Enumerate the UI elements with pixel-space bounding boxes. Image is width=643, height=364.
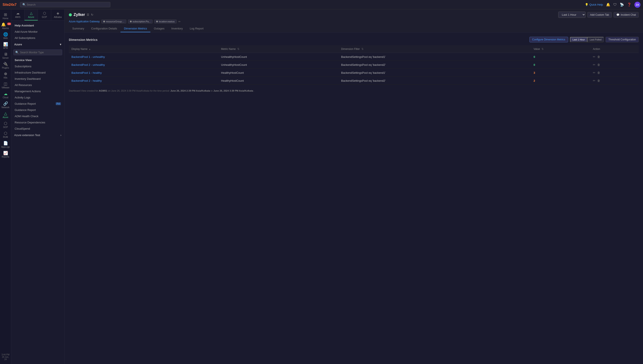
nav-item-reports[interactable]: 📈 Reports — [0, 150, 11, 160]
sidebar-item-resource-dependencies[interactable]: Resource Dependencies — [11, 119, 64, 126]
sidebar-item-infrastructure-dashboard[interactable]: Infrastructure Dashboard — [11, 70, 64, 76]
time-select[interactable]: Last 1 Hour Last 6 Hours Last 24 Hours L… — [558, 12, 585, 18]
nav-item-cloud[interactable]: ☁ Cloud — [0, 90, 11, 100]
display-name-link-1[interactable]: BackendPool 2 - unhealthy — [72, 63, 105, 66]
nav-label-k8s: K8s — [4, 76, 7, 79]
pvt-badge: Pvt — [56, 102, 61, 105]
sidebar-item-management-actions[interactable]: Management Actions — [11, 88, 64, 94]
nav-item-plugins[interactable]: 🔌 Plugins — [0, 61, 11, 70]
value-2: 3 — [533, 71, 535, 74]
configure-dimension-metrics-button[interactable]: Configure Dimension Metrics — [529, 37, 568, 42]
sidebar-item-inventory-dashboard[interactable]: Inventory Dashboard — [11, 76, 64, 82]
hamburger-icon[interactable]: ☰ — [87, 13, 89, 16]
delete-icon-3[interactable]: 🗑 — [597, 79, 600, 82]
tab-summary[interactable]: Summary — [69, 25, 88, 32]
sidebar-item-adm-health-check[interactable]: ADM Health Check — [11, 113, 64, 119]
cloud-tab-gcp[interactable]: ⬡ GCP — [38, 10, 51, 20]
tab-outages[interactable]: Outages — [150, 25, 168, 32]
sidebar-item-activity-logs[interactable]: Activity Logs — [11, 94, 64, 100]
azure-extension-test-label: Azure extension Test — [14, 134, 40, 137]
nav-item-apm[interactable]: 📊 APM — [0, 41, 11, 51]
home-icon: ⊞ — [4, 13, 7, 16]
tab-configuration-details[interactable]: Configuration Details — [88, 25, 121, 32]
nav-item-vmware[interactable]: ◫ VMware — [0, 80, 11, 90]
global-search[interactable]: 🔍 — [20, 2, 110, 7]
monitor-title: Zylker ☰ ↻ — [69, 12, 93, 17]
nav-item-applogs[interactable]: 📄 AppLogs — [0, 140, 11, 150]
col-dimension-filter[interactable]: Dimension Filter ⇅ — [339, 45, 531, 53]
search-monitor-type-input[interactable] — [20, 51, 60, 54]
tab-dimension-metrics[interactable]: Dimension Metrics — [121, 25, 150, 32]
display-name-link-0[interactable]: BackendPool 1 - unhealthy — [72, 55, 105, 58]
sidebar-item-service-view[interactable]: Service View — [11, 57, 64, 63]
cell-metric-name-0: UnhealthyHostCount — [219, 53, 339, 61]
cloud-tab-alibaba[interactable]: ◈ Alibaba — [51, 10, 64, 20]
footer-period-end: June 26, 2024 3:39 PM Asia/Kolkata — [213, 90, 253, 92]
quick-help-icon: 💡 — [585, 3, 588, 6]
question-icon[interactable]: ❓ — [627, 2, 631, 7]
nav-item-server[interactable]: 🖥 Server — [0, 51, 11, 61]
search-input[interactable] — [27, 3, 108, 6]
quick-help-link[interactable]: 💡 Quick Help — [585, 3, 603, 6]
delete-icon-1[interactable]: 🗑 — [597, 63, 600, 66]
nav-item-alarms[interactable]: 🔔13 Alarms — [0, 21, 11, 31]
sidebar-item-cloudspend[interactable]: CloudSpend — [11, 126, 64, 132]
monitor-subtitle-link[interactable]: Azure Application Gateway — [69, 20, 100, 23]
app-logo[interactable]: Site24x7 — [3, 3, 17, 7]
sidebar-item-help-assistant[interactable]: Help Assistant — [11, 22, 64, 28]
edit-icon-2[interactable]: ✏ — [593, 71, 595, 74]
tab-inventory[interactable]: Inventory — [168, 25, 186, 32]
threshold-configuration-button[interactable]: Threshold Configuration — [605, 37, 639, 42]
edit-icon-3[interactable]: ✏ — [593, 79, 595, 82]
edit-tags-icon[interactable]: ✏ — [178, 20, 181, 23]
nav-item-gcp[interactable]: ⬡ GCP — [0, 120, 11, 130]
nav-item-web[interactable]: 🌐 Web — [0, 31, 11, 41]
time-last-polled-button[interactable]: Last Polled — [587, 37, 603, 42]
col-action: Action — [590, 45, 639, 53]
cloud-tab-azure[interactable]: △ Azure — [25, 10, 38, 20]
display-name-link-3[interactable]: BackendPool 2 - healthy — [72, 79, 102, 82]
nav-item-k8s[interactable]: ☸ K8s — [0, 70, 11, 80]
add-custom-tab-button[interactable]: Add Custom Tab — [587, 12, 612, 18]
delete-icon-2[interactable]: 🗑 — [597, 71, 600, 74]
sidebar-item-add-azure-monitor[interactable]: Add Azure Monitor — [11, 28, 64, 35]
gcp-tab-label: GCP — [42, 16, 47, 18]
shield-icon[interactable]: 🛡 — [613, 3, 617, 7]
monitor-tags: Azure Application Gateway resourceGroup:… — [69, 20, 639, 24]
sidebar-section-azure[interactable]: Azure ▾ — [11, 41, 64, 48]
tag-subscription: subscription:Pa... — [128, 20, 153, 24]
avatar[interactable]: ZA — [634, 2, 640, 8]
nav-time: 3:44 PM26 Jun, 24 — [0, 352, 11, 362]
edit-icon-1[interactable]: ✏ — [593, 63, 595, 66]
incident-chat-button[interactable]: 💬 Incident Chat — [613, 12, 639, 18]
notifications-icon[interactable]: 🔔 — [606, 2, 610, 7]
edit-icon-0[interactable]: ✏ — [593, 55, 595, 58]
reports-icon: 📈 — [3, 151, 8, 155]
time-last-1-hour-button[interactable]: Last 1 Hour — [570, 37, 587, 42]
nav-item-azure[interactable]: △ Azure — [0, 110, 11, 120]
col-value[interactable]: Value ⇅ — [531, 45, 590, 53]
management-actions-label: Management Actions — [15, 90, 41, 93]
nav-label-cloud: Cloud — [3, 96, 8, 99]
tab-log-report[interactable]: Log Report — [186, 25, 207, 32]
cloud-tab-aws[interactable]: ☁ AWS — [11, 10, 25, 20]
nav-item-rum[interactable]: ⬡ RUM — [0, 130, 11, 140]
nav-item-network[interactable]: 🔗 Network — [0, 100, 11, 110]
sidebar-item-all-subscriptions[interactable]: All Subscriptions — [11, 35, 64, 41]
broadcast-icon[interactable]: 📡 — [620, 2, 624, 7]
search-monitor-type-box[interactable]: 🔍 — [13, 50, 62, 55]
sidebar-item-subscriptions[interactable]: Subscriptions — [11, 63, 64, 70]
sidebar-item-guidance-report[interactable]: Guidance Report — [11, 107, 64, 113]
refresh-icon[interactable]: ↻ — [91, 13, 93, 16]
service-view-label: Service View — [15, 58, 32, 62]
col-metric-name[interactable]: Metric Name ⇅ — [219, 45, 339, 53]
sort-dimension-filter-icon: ⇅ — [361, 48, 364, 50]
nav-item-home[interactable]: ⊞ Home — [0, 11, 11, 21]
sidebar-item-guidance-report-pvt[interactable]: Guidance Report Pvt — [11, 100, 64, 107]
col-display-name[interactable]: Display Name ▴ — [69, 45, 219, 53]
delete-icon-0[interactable]: 🗑 — [597, 55, 600, 58]
sidebar-item-all-resources[interactable]: All Resources — [11, 82, 64, 88]
tag-label-3: location:eastus — [159, 20, 175, 23]
sidebar-item-azure-extension-test[interactable]: Azure extension Test › — [11, 132, 64, 138]
display-name-link-2[interactable]: BackendPool 1 - healthy — [72, 71, 102, 74]
